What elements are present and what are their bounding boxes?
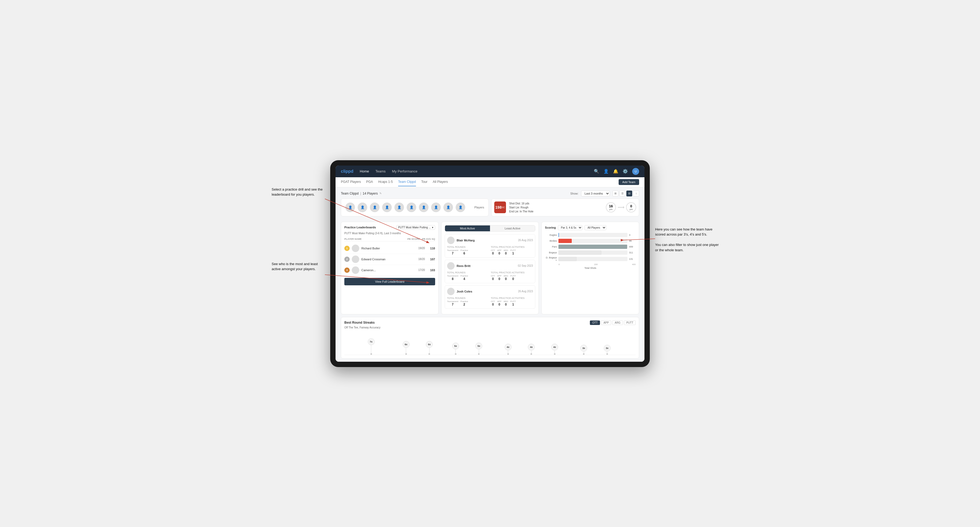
activity-name-1: Blair McHarg: [457, 239, 516, 242]
rounds-stat-group-1: Total Rounds Tournament 7 Practice: [447, 246, 489, 255]
lb-name-1: Richard Butler: [361, 247, 416, 250]
user-avatar[interactable]: U: [632, 168, 639, 175]
leaderboard-header-row: Practice Leaderboards PUTT Must Make Put…: [344, 225, 435, 230]
activity-date-2: 02 Sep 2023: [518, 264, 533, 267]
drill-dropdown[interactable]: PUTT Must Make Putting ... ▾: [396, 225, 435, 230]
grid-view-icon[interactable]: ⊞: [612, 190, 618, 197]
team-header: Team Clippd | 14 Players ✎ Show: Last 3 …: [341, 190, 639, 197]
nav-teams[interactable]: Teams: [375, 168, 386, 174]
shot-circles: 16 yds ⟶ 0 yds: [606, 202, 636, 213]
scoring-header: Scoring Par 3, 4 & 5s All Players: [545, 225, 636, 230]
player-avatar-6[interactable]: 👤: [407, 203, 416, 212]
filter-putt[interactable]: PUTT: [624, 321, 636, 325]
team-controls: Show: Last 3 months Last 6 months Last y…: [570, 190, 639, 197]
sub-nav: PGAT Players PGA Hcaps 1-5 Team Clippd T…: [336, 177, 644, 187]
player-avatar-7[interactable]: 👤: [419, 203, 428, 212]
streaks-chart: 7x 6x 6x: [344, 331, 636, 355]
bell-icon[interactable]: 🔔: [613, 169, 618, 174]
activity-toggle-tabs: Most Active Least Active: [445, 225, 536, 232]
activity-date-1: 26 Aug 2023: [518, 239, 533, 242]
subnav-team-clippd[interactable]: Team Clippd: [398, 178, 416, 186]
three-col: Practice Leaderboards PUTT Must Make Put…: [341, 222, 639, 314]
lb-avatar-2: [352, 256, 359, 263]
lb-score-3: 17/20: [418, 268, 425, 271]
player-avatar-10[interactable]: 👤: [456, 203, 465, 212]
most-active-tab[interactable]: Most Active: [445, 225, 490, 231]
nav-logo: clippd: [341, 169, 353, 174]
par-filter-dropdown[interactable]: Par 3, 4 & 5s: [558, 225, 582, 230]
player-avatar-8[interactable]: 👤: [431, 203, 441, 212]
lb-row-1[interactable]: 1 Richard Butler 19/20 110: [344, 243, 435, 254]
filter-app[interactable]: APP: [601, 321, 611, 325]
x-axis: 0 200 400: [545, 263, 636, 266]
streaks-section: Best Round Streaks OTT APP ARG PUTT Off …: [341, 317, 639, 359]
show-label: Show:: [570, 192, 578, 195]
chevron-down-icon: ▾: [432, 226, 433, 229]
players-row: 👤 👤 👤 👤 👤 👤 👤 👤 👤 👤 Players: [341, 198, 488, 216]
nav-home[interactable]: Home: [360, 168, 369, 174]
list-view-icon[interactable]: ☰: [619, 190, 625, 197]
annotation-right: Here you can see how the team have score…: [655, 227, 719, 253]
player-avatar-9[interactable]: 👤: [444, 203, 453, 212]
player-avatar-3[interactable]: 👤: [370, 203, 379, 212]
nav-right: 🔍 👤 🔔 ⚙️ U: [594, 168, 639, 175]
player-filter-dropdown[interactable]: All Players: [584, 225, 606, 230]
streak-pin-3x-1: 3x: [580, 344, 587, 355]
filter-ott[interactable]: OTT: [590, 321, 600, 325]
sort-icon[interactable]: ↕: [633, 190, 639, 197]
view-icons: ⊞ ☰ ⊟ ↕: [612, 190, 639, 197]
tablet-frame: clippd Home Teams My Performance 🔍 👤 🔔 ⚙…: [330, 160, 650, 367]
streak-pin-3x-2: 3x: [604, 344, 611, 355]
player-avatar-2[interactable]: 👤: [358, 203, 367, 212]
rank-badge-1: 1: [344, 246, 350, 251]
chart-row-dbogeys: D. Bogeys + 131: [545, 256, 636, 262]
filter-arg[interactable]: ARG: [612, 321, 623, 325]
player-avatar-1[interactable]: 👤: [345, 203, 355, 212]
lb-row-3[interactable]: 3 Cameron... 17/20 103: [344, 265, 435, 276]
streak-pin-5x-2: 5x: [476, 343, 482, 355]
activity-player-3: Josh Coles 26 Aug 2023 Total Rounds Tour…: [445, 285, 536, 309]
players-label: Players: [474, 206, 484, 209]
streak-pin-5x-1: 5x: [452, 343, 459, 355]
lb-score-1: 19/20: [418, 247, 425, 250]
subnav-all-players[interactable]: All Players: [433, 178, 448, 186]
lb-row-2[interactable]: 2 Edward Crossman 18/20 107: [344, 254, 435, 265]
nav-my-performance[interactable]: My Performance: [392, 168, 417, 174]
player-avatar-4[interactable]: 👤: [382, 203, 392, 212]
player-avatar-5[interactable]: 👤: [395, 203, 404, 212]
player-count: 14 Players: [363, 192, 378, 195]
user-icon[interactable]: 👤: [603, 169, 609, 174]
streaks-filters: OTT APP ARG PUTT: [590, 321, 636, 325]
streak-pin-4x-1: 4x: [504, 344, 512, 355]
subnav-pga[interactable]: PGA: [366, 178, 373, 186]
least-active-tab[interactable]: Least Active: [490, 225, 535, 231]
streak-pin-4x-2: 4x: [528, 344, 535, 355]
lb-name-2: Edward Crossman: [361, 258, 416, 261]
chart-row-pars: Pars 499: [545, 244, 636, 249]
period-dropdown[interactable]: Last 3 months Last 6 months Last year: [581, 190, 610, 197]
annotation-bottom-left: See who is the most and least active amo…: [272, 261, 325, 272]
subnav-tour[interactable]: Tour: [421, 178, 428, 186]
activity-player-1: Blair McHarg 26 Aug 2023 Total Rounds To…: [445, 234, 536, 258]
view-full-leaderboard-button[interactable]: View Full Leaderboard: [344, 278, 435, 285]
settings-icon[interactable]: ⚙️: [623, 169, 628, 174]
scoring-card: Scoring Par 3, 4 & 5s All Players Eag: [541, 222, 639, 314]
activity-card: Most Active Least Active Blair McHarg 26…: [441, 222, 539, 314]
tablet-screen: clippd Home Teams My Performance 🔍 👤 🔔 ⚙…: [336, 165, 644, 362]
shot-badge: 198 SC: [494, 202, 506, 213]
activity-name-3: Josh Coles: [457, 290, 516, 293]
practice-stat-group-2: Total Practice Activities OTT 0 APP: [491, 271, 533, 281]
add-team-button[interactable]: Add Team: [619, 179, 639, 185]
leaderboard-col-headers: PLAYER NAME PB SCORE PB AVG SQ: [344, 237, 435, 241]
team-title: Team Clippd | 14 Players ✎: [341, 192, 382, 195]
subnav-pgat[interactable]: PGAT Players: [341, 178, 361, 186]
card-view-icon[interactable]: ⊟: [626, 190, 632, 197]
lb-avatar-3: [352, 267, 359, 274]
rounds-stat-group-3: Total Rounds Tournament 7 Practice: [447, 297, 489, 306]
search-icon[interactable]: 🔍: [594, 169, 599, 174]
rounds-stat-group-2: Total Rounds Tournament 8 Practice: [447, 271, 489, 281]
edit-icon[interactable]: ✎: [379, 192, 382, 195]
lb-avg-1: 110: [427, 247, 435, 250]
streaks-header: Best Round Streaks OTT APP ARG PUTT: [344, 321, 636, 325]
subnav-hcaps[interactable]: Hcaps 1-5: [378, 178, 393, 186]
